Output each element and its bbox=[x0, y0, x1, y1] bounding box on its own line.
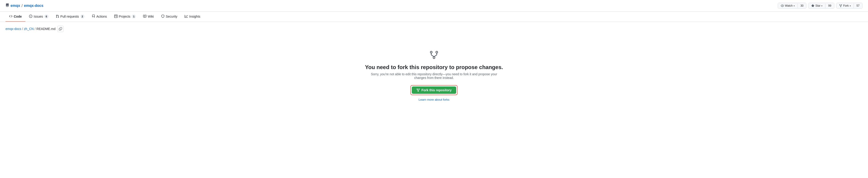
breadcrumb-sep-2: / bbox=[35, 27, 35, 31]
repo-header: emqx / emqx-docs bbox=[5, 3, 43, 8]
fork-label: Fork bbox=[843, 4, 849, 7]
issues-icon bbox=[29, 15, 32, 19]
repo-icon bbox=[5, 3, 9, 8]
fork-button[interactable]: Fork ▾ bbox=[836, 3, 854, 8]
tab-wiki[interactable]: Wiki bbox=[140, 12, 157, 22]
fork-this-repository-button[interactable]: Fork this repository bbox=[412, 86, 456, 94]
breadcrumb-emqx-docs[interactable]: emqx-docs bbox=[5, 27, 21, 31]
tab-insights[interactable]: Insights bbox=[181, 12, 204, 22]
fork-button-wrapper: Fork this repository bbox=[410, 85, 457, 95]
star-count[interactable]: 99 bbox=[826, 3, 834, 8]
tab-security-label: Security bbox=[166, 15, 178, 18]
nav-tabs: Code Issues 6 Pull requests 2 Actions Pr… bbox=[0, 12, 868, 22]
watch-button[interactable]: Watch ▾ bbox=[778, 3, 798, 8]
tab-projects-label: Projects bbox=[119, 15, 130, 18]
star-label: Star bbox=[815, 4, 820, 7]
fork-description: Sorry, you're not able to edit this repo… bbox=[365, 72, 503, 80]
copy-path-button[interactable] bbox=[57, 26, 64, 32]
watch-btn-group: Watch ▾ 30 bbox=[778, 3, 806, 9]
breadcrumb-readme: README.md bbox=[36, 27, 55, 31]
tab-projects[interactable]: Projects 1 bbox=[111, 12, 140, 22]
wiki-icon bbox=[143, 15, 146, 19]
fork-this-btn-label: Fork this repository bbox=[422, 88, 452, 92]
projects-count: 1 bbox=[132, 14, 136, 19]
security-icon bbox=[161, 15, 164, 19]
main-content: You need to fork this repository to prop… bbox=[0, 36, 868, 110]
breadcrumb: emqx-docs / zh_CN / README.md bbox=[0, 22, 868, 36]
fork-count[interactable]: 57 bbox=[854, 3, 862, 8]
code-icon bbox=[9, 15, 12, 19]
actions-icon bbox=[92, 15, 95, 19]
top-bar-actions: Watch ▾ 30 Star ▾ 99 Fork bbox=[778, 3, 863, 9]
svg-line-6 bbox=[434, 55, 437, 57]
pull-requests-icon bbox=[56, 15, 59, 19]
tab-actions[interactable]: Actions bbox=[88, 12, 111, 22]
fork-title: You need to fork this repository to prop… bbox=[365, 64, 503, 70]
star-btn-group: Star ▾ 99 bbox=[808, 3, 834, 9]
svg-line-5 bbox=[431, 55, 434, 57]
tab-pull-requests[interactable]: Pull requests 2 bbox=[52, 12, 88, 22]
fork-large-icon bbox=[429, 49, 439, 61]
fork-btn-group: Fork ▾ 57 bbox=[836, 3, 863, 9]
watch-count[interactable]: 30 bbox=[798, 3, 806, 8]
watch-label: Watch bbox=[785, 4, 793, 7]
org-link[interactable]: emqx bbox=[10, 4, 20, 8]
svg-point-1 bbox=[436, 51, 438, 53]
insights-icon bbox=[185, 15, 188, 19]
svg-point-0 bbox=[430, 51, 432, 53]
top-bar: emqx / emqx-docs Watch ▾ 30 Star ▾ bbox=[0, 0, 868, 12]
tab-code-label: Code bbox=[14, 15, 22, 18]
fork-btn-icon bbox=[416, 88, 420, 92]
tab-wiki-label: Wiki bbox=[148, 15, 154, 18]
tab-issues[interactable]: Issues 6 bbox=[25, 12, 52, 22]
projects-icon bbox=[114, 15, 118, 19]
repo-link[interactable]: emqx-docs bbox=[24, 4, 43, 8]
tab-code[interactable]: Code bbox=[5, 12, 25, 22]
learn-more-link[interactable]: Learn more about forks bbox=[418, 98, 450, 101]
repo-separator: / bbox=[22, 3, 23, 8]
tab-issues-label: Issues bbox=[34, 15, 43, 18]
breadcrumb-sep-1: / bbox=[22, 27, 23, 31]
tab-insights-label: Insights bbox=[189, 15, 200, 18]
svg-point-2 bbox=[433, 57, 435, 59]
tab-actions-label: Actions bbox=[96, 15, 107, 18]
breadcrumb-zh-cn[interactable]: zh_CN bbox=[24, 27, 34, 31]
pull-requests-count: 2 bbox=[81, 14, 85, 19]
tab-security[interactable]: Security bbox=[158, 12, 181, 22]
star-button[interactable]: Star ▾ bbox=[808, 3, 825, 8]
tab-pull-requests-label: Pull requests bbox=[60, 15, 79, 18]
issues-count: 6 bbox=[44, 14, 48, 19]
